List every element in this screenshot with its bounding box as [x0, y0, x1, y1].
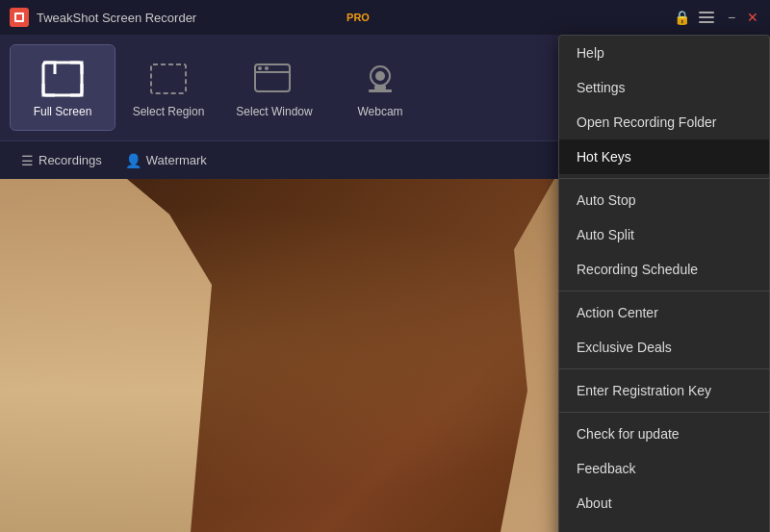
- watermark-icon: 👤: [125, 153, 141, 168]
- app-logo: [10, 8, 29, 27]
- menu-item-settings[interactable]: Settings: [559, 70, 769, 105]
- dropdown-menu: Help Settings Open Recording Folder Hot …: [558, 35, 770, 532]
- tool-select-window[interactable]: Select Window: [221, 44, 327, 131]
- hamburger-line: [699, 21, 714, 23]
- tool-full-screen[interactable]: Full Screen: [10, 44, 116, 131]
- select-region-icon: [144, 58, 192, 101]
- recordings-label: Recordings: [38, 153, 102, 167]
- watermark-button[interactable]: 👤 Watermark: [116, 149, 217, 172]
- svg-rect-1: [151, 64, 186, 93]
- lock-icon[interactable]: 🔒: [674, 10, 689, 25]
- full-screen-icon: [38, 58, 87, 101]
- menu-item-about[interactable]: About: [559, 486, 769, 520]
- recordings-button[interactable]: ☰ Recordings: [12, 149, 112, 172]
- webcam-label: Webcam: [357, 105, 402, 118]
- menu-separator-2: [559, 291, 769, 291]
- menu-item-action-center[interactable]: Action Center: [559, 295, 769, 330]
- svg-rect-0: [43, 63, 82, 95]
- watermark-label: Watermark: [146, 153, 207, 167]
- recordings-icon: ☰: [21, 153, 34, 168]
- menu-item-open-recording-folder[interactable]: Open Recording Folder: [559, 105, 769, 139]
- hamburger-line: [699, 12, 714, 13]
- menu-item-exit[interactable]: Exit: [559, 520, 769, 532]
- logo-icon: [14, 13, 24, 22]
- menu-item-check-for-update[interactable]: Check for update: [559, 417, 769, 451]
- svg-point-4: [258, 66, 262, 70]
- menu-item-auto-split[interactable]: Auto Split: [559, 217, 769, 252]
- close-button[interactable]: ✕: [745, 10, 760, 25]
- menu-item-feedback[interactable]: Feedback: [559, 451, 769, 486]
- webcam-icon: [356, 58, 404, 101]
- hamburger-menu-button[interactable]: [695, 8, 718, 27]
- select-window-icon: [250, 58, 298, 101]
- pro-badge: PRO: [346, 12, 370, 23]
- menu-item-enter-registration-key[interactable]: Enter Registration Key: [559, 373, 769, 408]
- full-screen-label: Full Screen: [34, 105, 92, 118]
- minimize-button[interactable]: −: [724, 10, 739, 25]
- menu-item-hot-keys[interactable]: Hot Keys: [559, 139, 769, 174]
- title-bar-controls: 🔒 − ✕: [674, 8, 760, 27]
- hamburger-line: [699, 16, 714, 18]
- svg-point-5: [265, 66, 269, 70]
- menu-separator-3: [559, 368, 769, 369]
- tool-webcam[interactable]: Webcam: [327, 44, 433, 131]
- app-name: TweakShot Screen Recorder: [37, 11, 341, 25]
- menu-item-auto-stop[interactable]: Auto Stop: [559, 183, 769, 217]
- svg-rect-8: [374, 86, 386, 89]
- figure-left: [0, 179, 212, 532]
- svg-point-7: [375, 71, 385, 81]
- menu-item-recording-schedule[interactable]: Recording Schedule: [559, 252, 769, 287]
- menu-item-help[interactable]: Help: [559, 36, 769, 70]
- svg-rect-9: [369, 89, 392, 92]
- title-bar: TweakShot Screen Recorder PRO 🔒 − ✕: [0, 0, 770, 35]
- tool-select-region[interactable]: Select Region: [116, 44, 221, 131]
- menu-separator-1: [559, 178, 769, 179]
- menu-separator-4: [559, 412, 769, 413]
- select-window-label: Select Window: [236, 105, 312, 118]
- menu-item-exclusive-deals[interactable]: Exclusive Deals: [559, 330, 769, 365]
- select-region-label: Select Region: [133, 105, 205, 118]
